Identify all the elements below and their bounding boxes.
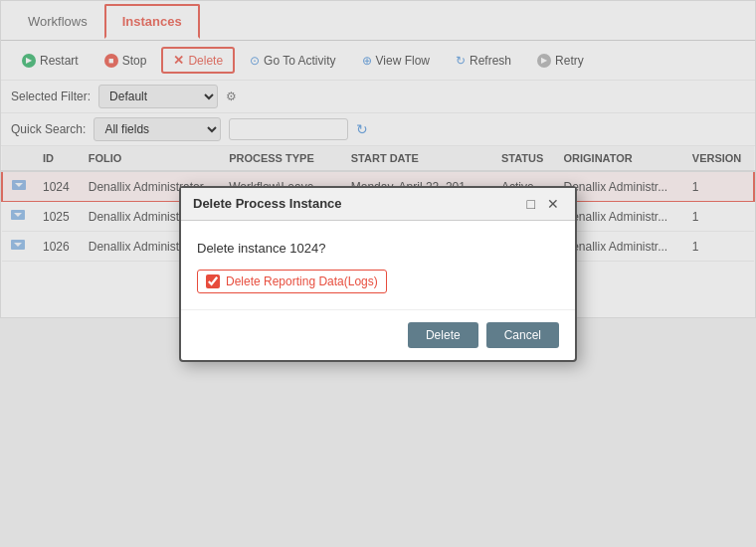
modal-cancel-button[interactable]: Cancel <box>486 322 559 348</box>
modal-footer: Delete Cancel <box>181 309 575 360</box>
modal-title: Delete Process Instance <box>193 196 342 211</box>
delete-logs-label: Delete Reporting Data(Logs) <box>226 274 378 288</box>
modal-header-icons: □ ✕ <box>523 196 563 212</box>
modal-message: Delete instance 1024? <box>197 241 559 256</box>
delete-logs-checkbox-row[interactable]: Delete Reporting Data(Logs) <box>197 270 387 293</box>
modal-overlay: Delete Process Instance □ ✕ Delete insta… <box>0 0 756 547</box>
delete-logs-checkbox[interactable] <box>206 274 220 288</box>
modal-header: Delete Process Instance □ ✕ <box>181 188 575 221</box>
modal-close-button[interactable]: ✕ <box>543 196 563 212</box>
modal-body: Delete instance 1024? Delete Reporting D… <box>181 221 575 309</box>
modal-restore-button[interactable]: □ <box>523 196 539 212</box>
delete-modal: Delete Process Instance □ ✕ Delete insta… <box>179 186 577 362</box>
modal-delete-button[interactable]: Delete <box>408 322 478 348</box>
